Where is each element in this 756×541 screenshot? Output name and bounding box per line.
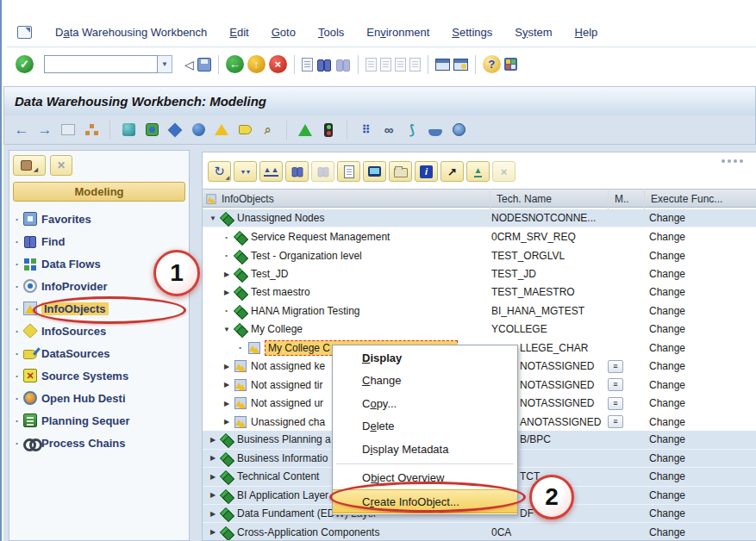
table-row[interactable]: HANA Migration TestingBI_HANA_MGTESTChan… (203, 302, 756, 320)
collapsed-icon[interactable] (208, 491, 218, 499)
execute-function-link[interactable]: Change (649, 416, 685, 428)
infoset-icon[interactable] (146, 123, 159, 136)
jump-button[interactable]: ↗ (440, 161, 464, 182)
collapsed-icon[interactable] (208, 510, 218, 518)
navigate-back-icon[interactable]: ← (13, 121, 30, 139)
history-icon[interactable]: ◁ (184, 58, 194, 72)
save-icon[interactable] (197, 58, 211, 72)
table-row[interactable]: Test maestroTEST_MAESTROChange (203, 283, 756, 302)
next-page-icon[interactable] (395, 58, 406, 72)
data-mart-icon[interactable] (122, 123, 135, 136)
menu-item-goto[interactable]: Goto (260, 24, 307, 40)
table-row[interactable]: Test_JDTEST_JDChange (203, 264, 756, 283)
previous-page-icon[interactable] (380, 58, 391, 72)
traffic-light-icon[interactable] (324, 123, 333, 137)
new-session-icon[interactable] (435, 59, 450, 71)
find-next-button[interactable] (311, 161, 334, 182)
collapsed-icon[interactable] (208, 528, 218, 536)
collapsed-icon[interactable] (222, 381, 232, 389)
shortcut-icon[interactable] (453, 59, 468, 71)
sort-button[interactable]: ▲▲ (259, 161, 283, 182)
collapsed-icon[interactable] (222, 363, 232, 370)
enter-icon[interactable]: ✓ (16, 55, 34, 73)
execute-function-link[interactable]: Change (649, 231, 685, 243)
expanded-icon[interactable] (208, 215, 218, 222)
column-header-infoobjects[interactable]: InfoObjects (222, 193, 274, 205)
sidebar-item-favorites[interactable]: ·Favorites (11, 208, 187, 230)
close-panel-button[interactable]: ✕ (50, 155, 72, 176)
print-icon[interactable] (302, 58, 313, 72)
execute-function-link[interactable]: Change (649, 250, 685, 262)
multiprovider-icon[interactable] (168, 122, 183, 137)
find-icon[interactable] (316, 59, 332, 71)
menu-item-settings[interactable]: Settings (440, 24, 503, 40)
export-button[interactable]: ▲ (466, 161, 490, 182)
maintain-button[interactable]: ≡ (608, 397, 623, 410)
last-page-icon[interactable] (409, 58, 421, 72)
close-grid-button[interactable]: × (492, 161, 515, 182)
chain-icon[interactable]: ∞ (380, 121, 397, 139)
context-menu-item-display[interactable]: Display (333, 346, 517, 370)
column-header-tech-name[interactable]: Tech. Name (497, 190, 552, 208)
table-row[interactable]: Service Request Management0CRM_SRV_REQCh… (203, 227, 756, 246)
maintain-button[interactable]: ≡ (608, 360, 623, 373)
hierarchy-icon[interactable] (84, 123, 98, 137)
execute-function-link[interactable]: Change (649, 342, 685, 354)
column-header-m[interactable]: M.. (615, 190, 629, 208)
exit-icon[interactable]: ↑ (247, 55, 266, 73)
execute-function-link[interactable]: Change (649, 526, 685, 538)
execute-function-link[interactable]: Change (649, 360, 685, 372)
back-icon[interactable]: ← (226, 55, 244, 73)
first-page-icon[interactable] (366, 58, 377, 72)
find-button[interactable] (285, 161, 309, 182)
execute-function-link[interactable]: Change (649, 489, 685, 501)
menu-item-environment[interactable]: Environment (355, 24, 440, 40)
context-menu-item-change[interactable]: Change (333, 370, 517, 393)
execute-function-link[interactable]: Change (649, 397, 685, 409)
sidebar-item-open-hub[interactable]: ·Open Hub Desti (11, 387, 187, 409)
menu-item-help[interactable]: Help (564, 24, 609, 40)
sidebar-item-process-chains[interactable]: ·Process Chains (11, 432, 187, 454)
cancel-icon[interactable]: × (269, 55, 287, 73)
customize-icon[interactable] (504, 58, 517, 71)
execute-function-link[interactable]: Change (649, 379, 685, 391)
collapsed-icon[interactable] (222, 400, 232, 407)
dataflow-icon[interactable]: ⠿ (357, 121, 374, 139)
transfer-icon[interactable]: ⟆ (403, 121, 421, 139)
execute-function-link[interactable]: Change (649, 507, 685, 519)
sidebar-header[interactable]: Modeling (13, 182, 185, 202)
user-doc-button[interactable] (337, 161, 360, 182)
execute-function-link[interactable]: Change (649, 212, 685, 224)
context-menu-item-copy[interactable]: Copy... (333, 392, 517, 415)
sidebar-item-source-systems[interactable]: ·✕Source Systems (11, 364, 187, 387)
help-icon[interactable]: ? (483, 55, 501, 73)
command-field[interactable] (44, 55, 158, 73)
refresh-button[interactable]: ↻◢ (208, 161, 231, 182)
table-row[interactable]: Cross-Application Components0CAChange (203, 523, 756, 541)
command-dropdown-icon[interactable]: ▼ (158, 55, 172, 73)
filter-button[interactable]: ▼▼ (234, 161, 257, 182)
execute-function-link[interactable]: Change (649, 268, 685, 280)
collapsed-icon[interactable] (222, 418, 232, 426)
table-row[interactable]: Unassigned NodesNODESNOTCONNE...Change (203, 209, 756, 227)
menu-item-edit[interactable]: Edit (218, 24, 259, 40)
context-menu-item-delete[interactable]: Delete (333, 415, 517, 438)
collapsed-icon[interactable] (222, 270, 232, 278)
datasource-icon[interactable] (239, 125, 252, 134)
system-menu-icon[interactable] (17, 26, 32, 39)
collapsed-icon[interactable] (208, 436, 218, 444)
find-next-icon[interactable] (335, 59, 351, 71)
menu-item-workbench[interactable]: Data Warehousing Workbench (44, 24, 218, 40)
table-row[interactable]: My CollegeYCOLLEGEChange (203, 320, 756, 339)
maintain-button[interactable]: ≡ (608, 378, 623, 391)
fullscreen-icon[interactable] (61, 124, 75, 135)
maintain-icon[interactable]: ⌕ (259, 121, 277, 139)
sidebar-item-planning-sequences[interactable]: ·Planning Sequer (11, 409, 187, 432)
menu-item-tools[interactable]: Tools (307, 24, 355, 40)
maintain-button[interactable]: ≡ (608, 415, 623, 428)
collapsed-icon[interactable] (222, 289, 232, 296)
execute-function-link[interactable]: Change (649, 452, 685, 464)
expanded-icon[interactable] (222, 326, 232, 333)
execute-function-link[interactable]: Change (649, 286, 685, 298)
role-menu-button[interactable]: ◢ (13, 155, 46, 176)
